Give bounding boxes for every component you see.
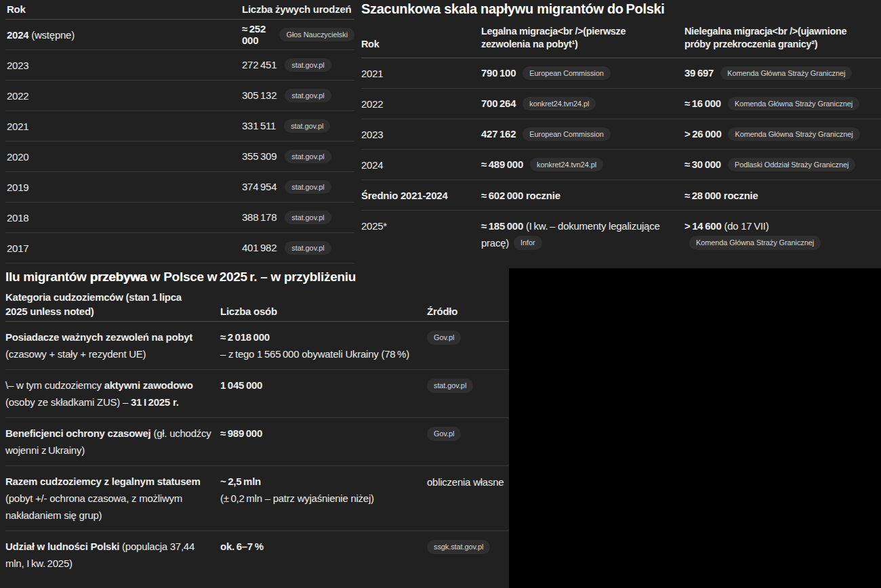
source-badge[interactable]: Głos Nauczycielski bbox=[279, 28, 354, 42]
illegal-value: ≈ 16 000 bbox=[684, 98, 721, 109]
births-table: Rok Liczba żywych urodzeń 2024 (wstępne)… bbox=[5, 0, 354, 264]
legal-value-cell: 700 264konkret24.tvn24.pl bbox=[481, 97, 684, 111]
value-cell: 374 954stat.gov.pl bbox=[241, 180, 354, 194]
value-cell: ≈ 252 000Głos Nauczycielski bbox=[241, 23, 354, 46]
category-bold: Udział w ludności Polski bbox=[5, 541, 119, 552]
category-rest: (pobyt +/- ochrona czasowa, z możliwym n… bbox=[5, 492, 182, 521]
table-row: 2023 427 162European Commission > 26 000… bbox=[361, 119, 881, 150]
illegal-value: > 14 600 bbox=[684, 220, 721, 232]
count-value: ok. 6–7 % bbox=[220, 541, 264, 552]
year-cell: 2023 bbox=[361, 129, 481, 140]
app-canvas: Rok Liczba żywych urodzeń 2024 (wstępne)… bbox=[0, 0, 881, 588]
migration-col-illegal-header: Nielegalna migracja<br />(ujawnione prób… bbox=[684, 25, 881, 51]
table-row: 2021 790 100European Commission 39 697Ko… bbox=[361, 58, 881, 89]
year-cell: 2022 bbox=[361, 98, 481, 110]
table-row: Beneficjenci ochrony czasowej (gł. uchod… bbox=[5, 418, 510, 466]
legal-value-cell: ≈ 602 000 rocznie bbox=[481, 190, 684, 201]
legal-value: 700 264 bbox=[481, 98, 516, 109]
legal-value: 790 100 bbox=[481, 67, 516, 79]
illegal-value-cell: > 14 600 (do 17 VII)Komenda Główna Straż… bbox=[684, 217, 881, 251]
year-cell: 2021 bbox=[5, 121, 241, 132]
source-badge[interactable]: Komenda Główna Straży Granicznej bbox=[728, 97, 859, 111]
legal-value-cell: ≈ 489 000konkret24.tvn24.pl bbox=[481, 158, 684, 172]
source-badge[interactable]: Gov.pl bbox=[427, 427, 461, 441]
source-badge[interactable]: European Commission bbox=[523, 127, 610, 142]
source-badge[interactable]: stat.gov.pl bbox=[285, 180, 331, 194]
count-value: ≈ 2 018 000 bbox=[220, 331, 270, 343]
table-row: 2024 ≈ 489 000konkret24.tvn24.pl ≈ 30 00… bbox=[361, 150, 881, 180]
table-row: Razem cudzoziemcy z legalnym statusem (p… bbox=[5, 466, 510, 531]
illegal-value-cell: ≈ 16 000Komenda Główna Straży Granicznej bbox=[684, 97, 881, 111]
year-cell: 2018 bbox=[5, 212, 241, 224]
births-col-year-header: Rok bbox=[5, 3, 241, 19]
source-badge[interactable]: stat.gov.pl bbox=[285, 58, 331, 72]
section-title: Szacunkowa skala napływu migrantów do Po… bbox=[361, 0, 881, 18]
category-cell: \– w tym cudzoziemcy aktywni zawodowo (o… bbox=[5, 377, 220, 411]
migration-col-legal-header: Legalna migracja<br />(pierwsze zezwolen… bbox=[481, 25, 684, 51]
illegal-value: ≈ 30 000 bbox=[684, 159, 721, 170]
residents-table-header: Kategoria cudzoziemców (stan 1 lipca 202… bbox=[5, 285, 510, 322]
category-cell: Udział w ludności Polski (populacja 37,4… bbox=[5, 538, 220, 572]
title-bold-text: przebywa bbox=[90, 270, 147, 284]
illegal-value: ≈ 28 000 rocznie bbox=[684, 190, 758, 201]
births-value: 305 132 bbox=[242, 89, 276, 101]
source-badge[interactable]: ssgk.stat.gov.pl bbox=[427, 540, 490, 554]
source-badge[interactable]: stat.gov.pl bbox=[285, 150, 331, 164]
table-row: 2017 401 982stat.gov.pl bbox=[5, 233, 354, 264]
count-cell: ok. 6–7 % bbox=[220, 538, 427, 555]
count-note: – z tego 1 565 000 obywateli Ukrainy (78… bbox=[220, 345, 427, 362]
year-suffix: (wstępne) bbox=[28, 29, 75, 41]
value-cell: 401 982stat.gov.pl bbox=[241, 241, 354, 255]
residents-col-category-header: Kategoria cudzoziemców (stan 1 lipca 202… bbox=[5, 290, 220, 318]
year-cell: 2025* bbox=[361, 217, 481, 234]
year-cell: 2017 bbox=[5, 243, 241, 254]
table-row: \– w tym cudzoziemcy aktywni zawodowo (o… bbox=[5, 370, 510, 418]
category-bold: Posiadacze ważnych zezwoleń na pobyt bbox=[5, 331, 192, 343]
source-badge[interactable]: Infor bbox=[514, 236, 542, 250]
count-note: (± 0,2 mln – patrz wyjaśnienie niżej) bbox=[220, 490, 427, 507]
year-cell: 2024 (wstępne) bbox=[5, 29, 241, 41]
illegal-value-cell: > 26 000Komenda Główna Straży Granicznej bbox=[684, 127, 881, 142]
year-cell: Średnio 2021-2024 bbox=[361, 190, 481, 201]
year-cell: 2021 bbox=[361, 68, 481, 79]
source-badge[interactable]: Komenda Główna Straży Granicznej bbox=[689, 236, 821, 250]
source-cell: stat.gov.pl bbox=[427, 377, 510, 394]
year-cell: 2020 bbox=[5, 151, 241, 163]
source-cell: Gov.pl bbox=[427, 425, 510, 442]
table-row: 2019 374 954stat.gov.pl bbox=[5, 172, 354, 203]
count-cell: ~ 2,5 mln(± 0,2 mln – patrz wyjaśnienie … bbox=[220, 473, 427, 507]
table-row: 2018 388 178stat.gov.pl bbox=[5, 203, 354, 233]
source-cell: ssgk.stat.gov.pl bbox=[427, 538, 510, 555]
source-badge[interactable]: stat.gov.pl bbox=[285, 89, 331, 103]
title-text: Ilu migrantów bbox=[5, 270, 90, 284]
count-value: ≈ 989 000 bbox=[220, 427, 262, 439]
value-cell: 388 178stat.gov.pl bbox=[241, 211, 354, 225]
births-value: 388 178 bbox=[242, 211, 276, 223]
source-badge[interactable]: Komenda Główna Straży Granicznej bbox=[720, 66, 852, 81]
table-row: 2022 700 264konkret24.tvn24.pl ≈ 16 000K… bbox=[361, 89, 881, 119]
illegal-value: 39 697 bbox=[684, 67, 714, 79]
source-badge[interactable]: Gov.pl bbox=[427, 331, 461, 345]
source-badge[interactable]: European Commission bbox=[523, 66, 610, 81]
category-pre: \– w tym cudzoziemcy bbox=[5, 379, 104, 391]
source-badge[interactable]: stat.gov.pl bbox=[285, 211, 331, 225]
source-badge[interactable]: konkret24.tvn24.pl bbox=[523, 97, 596, 111]
source-cell: obliczenia własne bbox=[427, 473, 510, 490]
table-row: 2024 (wstępne) ≈ 252 000Głos Nauczyciels… bbox=[5, 20, 354, 50]
source-badge[interactable]: Komenda Główna Straży Granicznej bbox=[728, 127, 859, 142]
births-value: 272 451 bbox=[242, 59, 276, 70]
source-badge[interactable]: stat.gov.pl bbox=[284, 119, 330, 133]
source-badge[interactable]: konkret24.tvn24.pl bbox=[530, 158, 603, 172]
value-cell: 305 132stat.gov.pl bbox=[241, 89, 354, 103]
source-badge[interactable]: Podlaski Oddział Straży Granicznej bbox=[728, 158, 855, 172]
table-row: 2022 305 132stat.gov.pl bbox=[5, 81, 354, 111]
illegal-value-cell: ≈ 30 000Podlaski Oddział Straży Graniczn… bbox=[684, 158, 881, 172]
illegal-value-cell: ≈ 28 000 rocznie bbox=[684, 190, 881, 201]
source-badge[interactable]: stat.gov.pl bbox=[427, 379, 473, 393]
source-text: obliczenia własne bbox=[427, 476, 504, 488]
births-table-header: Rok Liczba żywych urodzeń bbox=[5, 0, 354, 20]
table-row-2025: 2025* ≈ 185 000 (I kw. – dokumenty legal… bbox=[361, 211, 881, 259]
source-badge[interactable]: stat.gov.pl bbox=[285, 241, 331, 255]
births-value: 374 954 bbox=[242, 181, 276, 192]
category-cell: Beneficjenci ochrony czasowej (gł. uchod… bbox=[5, 425, 220, 459]
